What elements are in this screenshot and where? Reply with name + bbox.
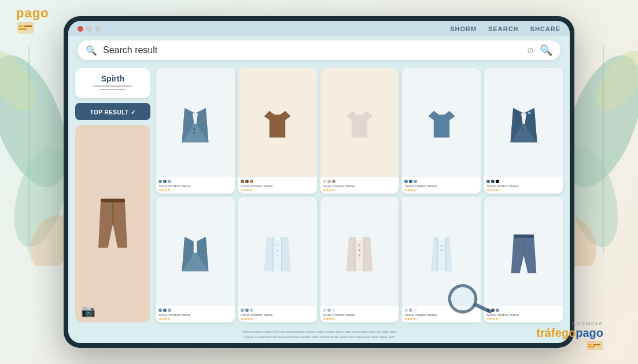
color-dot [332, 180, 335, 183]
logo-agencia-text: AGÊNCIA [536, 321, 603, 326]
top-result-label: TOP RESULT ✓ [90, 109, 135, 116]
footer-text-area: Homem a usar roupas formais especializad… [68, 327, 570, 343]
svg-rect-41 [514, 234, 534, 237]
svg-rect-17 [593, 344, 600, 346]
color-dot [409, 309, 412, 312]
svg-point-28 [276, 255, 279, 257]
product-image-1 [156, 68, 235, 177]
product-stars-3: ★★★★☆ [323, 188, 397, 192]
product-image-4 [402, 68, 481, 177]
sidebar-pants-item[interactable]: 📷 [75, 125, 150, 322]
vest-svg [426, 234, 458, 272]
product-image-6 [156, 197, 235, 306]
sidebar-category-line2 [99, 89, 126, 90]
nav-item-search[interactable]: SEARCH [488, 25, 518, 32]
svg-point-20 [193, 128, 196, 131]
footer-line-1: Homem a usar roupas formais especializad… [78, 329, 560, 335]
tshirt-white-svg [344, 107, 375, 142]
top-result-button[interactable]: TOP RESULT ✓ [75, 103, 150, 120]
product-card-1[interactable]: Some Product Name ★★★★☆ [156, 68, 235, 194]
color-dot [496, 180, 499, 183]
product-card-9[interactable]: Some Product Name ★★★★☆ [402, 197, 481, 322]
product-card-3[interactable]: Some Product Name ★★★★☆ [320, 68, 399, 194]
logo-top-left: pago [16, 7, 49, 35]
svg-rect-13 [24, 25, 32, 27]
color-dot [323, 180, 326, 183]
color-dot [163, 309, 167, 312]
main-content: Spirth TOP RESULT ✓ 📷 [68, 64, 570, 327]
product-info-3: Some Product Name ★★★★☆ [320, 177, 399, 194]
color-dots-4 [404, 180, 478, 183]
dot-maximize[interactable] [95, 26, 101, 32]
search-left-icon: 🔍 [86, 45, 97, 56]
color-dots-5 [486, 180, 560, 183]
product-info-1: Some Product Name ★★★★☆ [156, 177, 235, 194]
svg-point-31 [359, 244, 361, 246]
svg-rect-18 [101, 199, 125, 203]
svg-point-36 [441, 246, 442, 247]
product-card-6[interactable]: Some Product Name ★★★★☆ [156, 197, 235, 322]
dot-close[interactable] [78, 26, 83, 32]
tshirt-brown-svg [261, 107, 293, 142]
product-info-7: Some Product Name ★★★★☆ [238, 306, 317, 322]
cardigan-cream-svg [344, 234, 375, 272]
sidebar-category-label: Spirth [80, 74, 146, 83]
product-image-7 [238, 197, 317, 306]
product-stars-4: ★★★★☆ [404, 188, 478, 192]
svg-line-40 [476, 301, 491, 315]
svg-rect-16 [588, 346, 595, 348]
search-input-display[interactable]: Search result [103, 45, 527, 55]
color-dots-1 [158, 180, 233, 183]
blazer2-svg [179, 234, 211, 272]
svg-rect-11 [19, 25, 23, 27]
footer-line-2: roupas e roupas formais especializados e… [78, 335, 560, 340]
browser-dots [78, 26, 101, 32]
product-info-5: Some Product Name ★★★★☆ [484, 177, 563, 194]
color-dot [250, 309, 253, 312]
color-dot [496, 309, 499, 312]
product-card-7[interactable]: Some Product Name ★★★★☆ [238, 197, 317, 322]
product-card-4[interactable]: Some Product Name ★★★★☆ [402, 68, 481, 194]
color-dot [486, 180, 490, 183]
product-image-3 [320, 68, 399, 177]
nav-item-share[interactable]: SHCARE [530, 25, 560, 32]
color-dots-3 [323, 180, 397, 183]
product-stars-6: ★★★★☆ [158, 317, 233, 321]
blazer-svg-1 [179, 105, 211, 143]
product-image-5 [484, 68, 563, 177]
sidebar-category-card[interactable]: Spirth [75, 68, 150, 98]
camera-icon: 📷 [81, 304, 95, 318]
product-card-10[interactable]: Some Product Name ★★★★☆ [484, 197, 563, 322]
products-area: Some Product Name ★★★★☆ [156, 68, 563, 322]
color-dot [250, 180, 253, 183]
nav-item-shop[interactable]: SHORM [450, 25, 477, 32]
mic-icon[interactable]: ⊙ [527, 46, 534, 55]
product-info-6: Some Product Name ★★★★☆ [156, 306, 235, 322]
color-dot [404, 309, 408, 312]
search-bar: 🔍 Search result ⊙ 🔍 [78, 40, 560, 60]
product-card-5[interactable]: Some Product Name ★★★★☆ [484, 68, 563, 194]
product-image-10 [484, 197, 563, 306]
product-stars-2: ★★★★☆ [241, 188, 315, 192]
logo-icon [16, 21, 35, 35]
color-dot [323, 309, 326, 312]
color-dot [163, 180, 167, 183]
color-dot [404, 180, 408, 183]
product-card-2[interactable]: Some Product Name ★★★★☆ [238, 68, 317, 194]
logo-bottom-icon [586, 340, 603, 351]
svg-rect-10 [17, 22, 34, 34]
color-dot [158, 180, 162, 183]
svg-rect-15 [588, 344, 592, 346]
product-stars-5: ★★★★☆ [486, 188, 560, 192]
dot-minimize[interactable] [86, 26, 92, 32]
svg-point-27 [276, 249, 279, 251]
cardigan-white-svg [261, 234, 293, 272]
search-right-icon[interactable]: 🔍 [540, 44, 552, 57]
color-dot [491, 180, 495, 183]
logo-bottom-right: AGÊNCIA tráfegopago [536, 321, 603, 354]
svg-point-21 [193, 132, 196, 134]
product-card-8[interactable]: Some Product Name ★★★★☆ [320, 197, 399, 322]
tshirt-blue-svg [426, 107, 458, 142]
svg-rect-12 [19, 28, 27, 30]
color-dot [168, 180, 171, 183]
